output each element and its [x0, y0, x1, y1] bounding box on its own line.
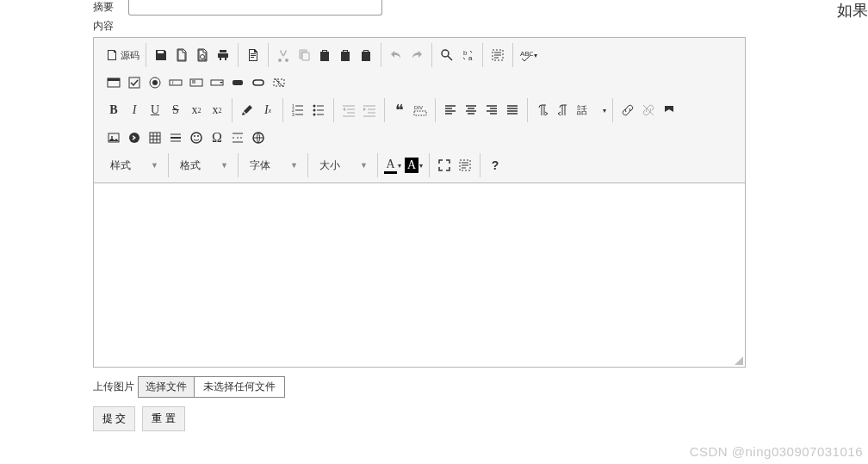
- bulletlist-button[interactable]: [308, 100, 329, 121]
- smiley-button[interactable]: [186, 127, 207, 148]
- hr-button[interactable]: [165, 127, 186, 148]
- button-button[interactable]: [227, 72, 248, 93]
- submit-button[interactable]: 提 交: [93, 406, 135, 431]
- rtl-icon: [556, 103, 570, 117]
- ltr-button[interactable]: [532, 100, 553, 121]
- align-left-button[interactable]: [440, 100, 461, 121]
- spellcheck-icon: ABC: [519, 48, 533, 62]
- preview-button[interactable]: [192, 45, 213, 65]
- checkbox-button[interactable]: [124, 72, 145, 93]
- redo-button[interactable]: [406, 45, 427, 65]
- save-icon: [154, 48, 168, 62]
- replace-button[interactable]: ba: [457, 45, 478, 65]
- underline-button[interactable]: U: [145, 100, 165, 121]
- numberedlist-button[interactable]: 123: [288, 100, 308, 121]
- svg-text:b: b: [463, 49, 468, 57]
- svg-rect-9: [108, 78, 120, 81]
- textarea-button[interactable]: [186, 72, 207, 93]
- svg-point-30: [111, 136, 113, 138]
- textfield-button[interactable]: I: [165, 72, 186, 93]
- selectall-button[interactable]: [487, 45, 508, 65]
- div-button[interactable]: DIV: [410, 100, 431, 121]
- paste-button[interactable]: [314, 45, 335, 65]
- subscript-button[interactable]: x2: [186, 100, 207, 121]
- bgcolor-button[interactable]: A▾: [403, 155, 425, 176]
- ltr-icon: [536, 103, 549, 117]
- table-button[interactable]: [145, 127, 165, 148]
- style-combo[interactable]: 样式▼: [103, 155, 164, 176]
- copy-button[interactable]: [294, 45, 314, 65]
- editor-content-area[interactable]: [93, 183, 746, 368]
- source-button[interactable]: 源码: [103, 45, 141, 65]
- specialchar-button[interactable]: Ω: [207, 127, 227, 148]
- bold-button[interactable]: B: [103, 100, 124, 121]
- rtl-button[interactable]: [553, 100, 574, 121]
- select-button[interactable]: [207, 72, 227, 93]
- imagebutton-button[interactable]: [248, 72, 269, 93]
- blockquote-button[interactable]: ❝: [389, 100, 410, 121]
- reset-button[interactable]: 重 置: [142, 406, 184, 431]
- corner-hint: 如果: [837, 0, 868, 21]
- imagebutton-icon: [251, 76, 265, 90]
- cut-icon: [276, 48, 290, 62]
- alignjustify-icon: [505, 103, 519, 117]
- textcolor-button[interactable]: A▾: [382, 155, 403, 176]
- link-button[interactable]: [617, 100, 638, 121]
- summary-label: 摘要: [93, 0, 123, 15]
- templates-button[interactable]: [243, 45, 264, 65]
- align-center-button[interactable]: [461, 100, 481, 121]
- choose-file-button[interactable]: 选择文件: [139, 377, 195, 397]
- strike-button[interactable]: S: [165, 100, 186, 121]
- resize-grip[interactable]: [735, 356, 743, 365]
- find-icon: [440, 48, 454, 62]
- undo-button[interactable]: [386, 45, 406, 65]
- maximize-button[interactable]: [434, 155, 455, 176]
- language-combo[interactable]: 話▾: [574, 100, 608, 121]
- paste-text-button[interactable]: T: [335, 45, 356, 65]
- rich-text-editor: 源码 T W: [93, 37, 746, 368]
- anchor-button[interactable]: [659, 100, 679, 121]
- align-right-button[interactable]: [481, 100, 502, 121]
- editor-toolbar: 源码 T W: [93, 37, 746, 183]
- superscript-button[interactable]: x2: [207, 100, 227, 121]
- size-combo[interactable]: 大小▼: [313, 155, 373, 176]
- textarea-icon: [189, 76, 203, 90]
- outdent-button[interactable]: [338, 100, 359, 121]
- cut-button[interactable]: [273, 45, 294, 65]
- newpage-button[interactable]: [171, 45, 192, 65]
- format-combo[interactable]: 格式▼: [173, 155, 233, 176]
- iframe-icon: [251, 131, 265, 145]
- unlink-button[interactable]: [638, 100, 659, 121]
- file-chooser[interactable]: 选择文件 未选择任何文件: [138, 376, 285, 398]
- copyformat-button[interactable]: [237, 100, 257, 121]
- hiddenfield-button[interactable]: T: [269, 72, 289, 93]
- find-button[interactable]: [437, 45, 457, 65]
- flash-button[interactable]: [124, 127, 145, 148]
- iframe-button[interactable]: [248, 127, 269, 148]
- paste-word-icon: W: [359, 48, 373, 62]
- paste-word-button[interactable]: W: [356, 45, 376, 65]
- font-combo[interactable]: 字体▼: [243, 155, 303, 176]
- print-button[interactable]: [213, 45, 233, 65]
- summary-input[interactable]: [128, 0, 382, 15]
- svg-point-26: [313, 114, 316, 116]
- svg-point-24: [313, 105, 316, 108]
- templates-icon: [246, 48, 260, 62]
- svg-rect-10: [129, 77, 140, 88]
- hr-icon: [169, 131, 183, 145]
- about-button[interactable]: ?: [485, 155, 505, 176]
- form-icon: [107, 76, 121, 90]
- print-icon: [216, 48, 230, 62]
- svg-text:3: 3: [292, 112, 294, 117]
- form-button[interactable]: [103, 72, 124, 93]
- save-button[interactable]: [151, 45, 171, 65]
- radio-button[interactable]: [145, 72, 165, 93]
- showblocks-button[interactable]: [455, 155, 475, 176]
- align-justify-button[interactable]: [502, 100, 523, 121]
- removeformat-button[interactable]: Ix: [257, 100, 278, 121]
- image-button[interactable]: [103, 127, 124, 148]
- pagebreak-button[interactable]: [227, 127, 248, 148]
- indent-button[interactable]: [359, 100, 380, 121]
- spellcheck-button[interactable]: ABC▾: [518, 45, 539, 65]
- italic-button[interactable]: I: [124, 100, 145, 121]
